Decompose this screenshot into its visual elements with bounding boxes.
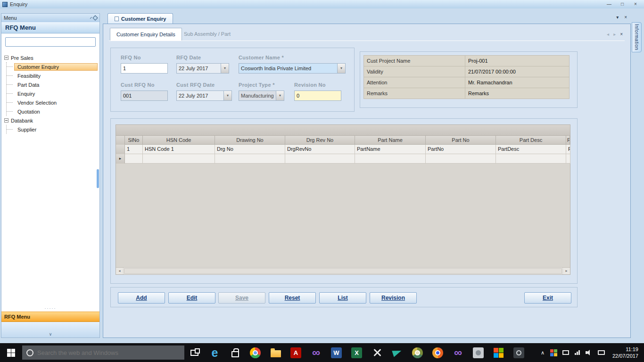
grid-col-part-desc[interactable]: Part Desc (496, 136, 566, 145)
tab-sub-assembly-part[interactable]: Sub Assembly / Part (178, 28, 237, 41)
grid-empty-area (116, 164, 570, 267)
visual-studio-2-button[interactable]: ∞ (448, 343, 468, 362)
edge-button[interactable]: e (205, 343, 225, 362)
grid-cell-part-name: PartName (355, 145, 426, 154)
revision-button[interactable]: Revision (370, 292, 417, 304)
tray-chevron-up-icon[interactable]: ∧ (537, 343, 548, 362)
tray-network-button[interactable] (572, 343, 583, 362)
visual-studio-button[interactable]: ∞ (306, 343, 326, 362)
tree-node-supplier[interactable]: Supplier (7, 125, 99, 134)
edit-button[interactable]: Edit (168, 292, 215, 304)
screenshot-app-button[interactable] (509, 343, 529, 362)
task-view-button[interactable] (184, 343, 205, 362)
browser-app-button[interactable] (407, 343, 428, 362)
project-type-value: Manufacturing (239, 91, 276, 100)
close-icon[interactable]: × (620, 32, 623, 37)
taskbar-clock[interactable]: 11:19 22/07/2017 (612, 346, 638, 359)
customer-name-select[interactable]: Cosworth India Private Limited ▾ (239, 63, 346, 74)
acrobat-icon: A (290, 347, 301, 358)
grid-col-part-no[interactable]: Part No (426, 136, 496, 145)
grid-col-slno[interactable]: SlNo (125, 136, 143, 145)
nav-left-icon[interactable]: ◂ (607, 32, 609, 37)
word-button[interactable]: W (326, 343, 347, 362)
maximize-icon[interactable]: □ (619, 0, 626, 8)
tree-node-part-data[interactable]: Part Data (7, 80, 99, 89)
save-button[interactable]: Save (218, 292, 265, 304)
taskbar-search-input[interactable] (37, 349, 174, 356)
minimize-icon[interactable]: — (606, 0, 612, 8)
clock-time: 11:19 (612, 346, 638, 353)
tree-node-customer-enquiry[interactable]: Customer Enquiry (7, 62, 99, 71)
gray-app-button[interactable] (468, 343, 488, 362)
tab-information[interactable]: Information (632, 22, 642, 52)
grid-cell-drg-rev-no: DrgRevNo (285, 145, 355, 154)
menu-search-input[interactable] (5, 37, 96, 47)
tools-button[interactable] (367, 343, 387, 362)
messaging-app-button[interactable] (387, 343, 407, 362)
scroll-right-icon[interactable]: ▸ (562, 268, 570, 274)
store-button[interactable] (225, 343, 245, 362)
revision-no-field[interactable] (294, 90, 341, 101)
grid-col-part-name[interactable]: Part Name (355, 136, 426, 145)
grid-data-row[interactable]: 1 HSN Code 1 Drg No DrgRevNo PartName Pa… (116, 145, 570, 154)
chrome-button[interactable] (245, 343, 265, 362)
grid-new-row[interactable]: ▸ (116, 154, 570, 164)
grid-horizontal-scrollbar[interactable]: ◂ ▸ (116, 267, 570, 274)
tab-customer-enquiry[interactable]: Customer Enquiry (107, 13, 173, 24)
tray-volume-button[interactable] (583, 343, 595, 362)
pinwheel-icon (550, 349, 557, 356)
close-icon[interactable]: × (632, 0, 639, 8)
tree-node-quotation[interactable]: Quotation (7, 107, 99, 116)
tree-node-vendor-selection[interactable]: Vendor Selection (7, 98, 99, 107)
grid-cell-empty (355, 154, 426, 164)
tray-color-app-button[interactable] (548, 343, 560, 362)
tree-node-label: Customer Enquiry (14, 63, 98, 71)
tray-keyboard-button[interactable] (595, 343, 608, 362)
excel-button[interactable]: X (347, 343, 367, 362)
cust-rfq-no-field[interactable] (121, 90, 168, 101)
rfq-menu-bottom-bar[interactable]: RFQ Menu (1, 312, 99, 322)
collapse-icon[interactable] (4, 56, 8, 60)
tree-node-enquiry[interactable]: Enquiry (7, 89, 99, 98)
chevron-down-icon[interactable]: ▾ (616, 15, 619, 20)
grid-cell-empty (285, 154, 355, 164)
acrobat-button[interactable]: A (286, 343, 306, 362)
rfq-no-field[interactable] (121, 63, 168, 74)
file-explorer-button[interactable] (265, 343, 286, 362)
scroll-left-icon[interactable]: ◂ (116, 268, 124, 274)
project-info-box: Cust Project Name Proj-001 Validity 21/0… (360, 51, 578, 108)
tray-display-button[interactable] (560, 343, 572, 362)
grid-col-partial[interactable]: P (566, 136, 570, 145)
project-type-select[interactable]: Manufacturing ▾ (239, 90, 284, 101)
taskbar-search[interactable] (22, 346, 184, 360)
firefox-button[interactable] (428, 343, 448, 362)
info-label: Remarks (364, 88, 465, 99)
reset-button[interactable]: Reset (269, 292, 316, 304)
dock-bottom-panel[interactable]: ∨ (1, 322, 99, 337)
grid-col-drg-rev-no[interactable]: Drg Rev No (285, 136, 355, 145)
grid-col-drawing-no[interactable]: Drawing No (215, 136, 285, 145)
tree-node-pre-sales[interactable]: Pre Sales (1, 53, 99, 62)
exit-button[interactable]: Exit (524, 292, 571, 304)
network-icon (575, 350, 580, 355)
add-button[interactable]: Add (118, 292, 165, 304)
scrollbar-thumb[interactable] (124, 268, 562, 274)
pin-icon[interactable] (92, 15, 98, 20)
start-button[interactable] (0, 343, 22, 362)
collapse-icon[interactable] (4, 118, 8, 123)
tree-scrollbar-thumb[interactable] (97, 169, 99, 188)
list-button[interactable]: List (319, 292, 366, 304)
cust-rfq-date-picker[interactable]: 22 July 2017 ▾ (176, 90, 232, 101)
tools-icon (372, 348, 382, 357)
rfq-date-picker[interactable]: 22 July 2017 ▾ (176, 63, 229, 74)
chevron-down-icon[interactable]: ∨ (49, 332, 52, 337)
nav-right-icon[interactable]: ▸ (613, 32, 616, 37)
tree-node-databank[interactable]: Databank (1, 116, 99, 125)
splitter-grip[interactable]: ····· (1, 307, 99, 312)
tree-node-feasibility[interactable]: Feasibility (7, 71, 99, 80)
close-icon[interactable]: × (624, 15, 627, 20)
office-hub-button[interactable] (488, 343, 509, 362)
grid-col-hsn-code[interactable]: HSN Code (143, 136, 215, 145)
tab-customer-enquiry-details[interactable]: Customer Enquiry Details (110, 28, 182, 41)
clock-date: 22/07/2017 (612, 353, 638, 359)
